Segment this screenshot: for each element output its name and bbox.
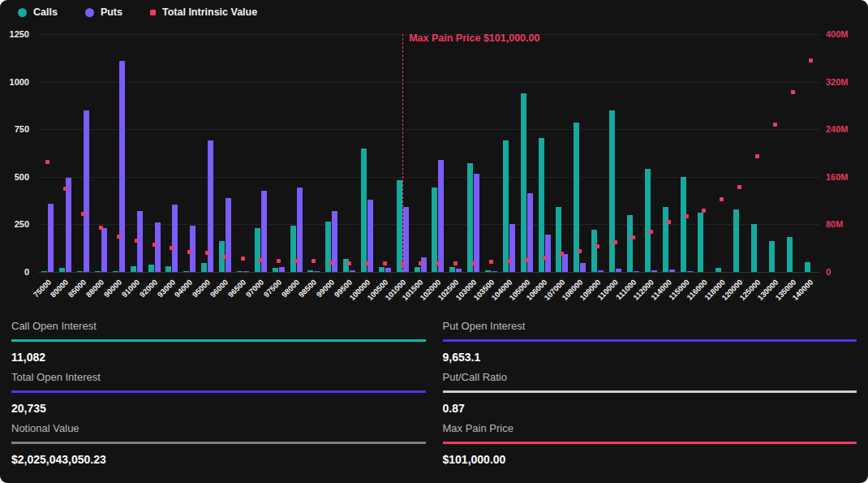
calls-bar[interactable] [663, 207, 668, 272]
intrinsic-marker[interactable] [153, 243, 157, 247]
intrinsic-marker[interactable] [685, 214, 689, 218]
intrinsic-marker[interactable] [277, 259, 281, 263]
intrinsic-marker[interactable] [329, 261, 333, 265]
intrinsic-marker[interactable] [453, 261, 458, 265]
puts-bar[interactable] [492, 271, 497, 272]
intrinsic-marker[interactable] [702, 209, 706, 213]
calls-bar[interactable] [733, 209, 739, 272]
puts-bar[interactable] [456, 269, 462, 272]
calls-bar[interactable] [237, 271, 243, 272]
puts-bar[interactable] [350, 270, 355, 272]
puts-bar[interactable] [509, 224, 515, 272]
calls-bar[interactable] [449, 267, 455, 272]
puts-bar[interactable] [474, 174, 479, 272]
calls-bar[interactable] [379, 267, 385, 272]
calls-bar[interactable] [681, 177, 686, 272]
intrinsic-marker[interactable] [241, 257, 245, 261]
legend-item-intrinsic[interactable]: Total Intrinsic Value [150, 6, 257, 18]
puts-bar[interactable] [243, 271, 249, 272]
calls-bar[interactable] [627, 215, 633, 272]
calls-bar[interactable] [201, 263, 207, 272]
calls-bar[interactable] [255, 228, 260, 272]
calls-bar[interactable] [591, 230, 597, 272]
puts-bar[interactable] [634, 271, 639, 272]
legend-item-calls[interactable]: Calls [18, 6, 58, 18]
intrinsic-marker[interactable] [81, 212, 85, 216]
puts-bar[interactable] [562, 254, 568, 272]
puts-bar[interactable] [598, 270, 604, 272]
calls-bar[interactable] [273, 268, 278, 272]
intrinsic-marker[interactable] [471, 261, 475, 265]
intrinsic-marker[interactable] [560, 252, 564, 256]
puts-bar[interactable] [101, 228, 107, 272]
intrinsic-marker[interactable] [809, 58, 813, 63]
calls-bar[interactable] [183, 271, 189, 272]
intrinsic-marker[interactable] [436, 261, 440, 265]
puts-bar[interactable] [119, 61, 125, 272]
puts-bar[interactable] [226, 198, 231, 272]
calls-bar[interactable] [521, 93, 526, 272]
calls-bar[interactable] [787, 237, 793, 272]
legend-item-puts[interactable]: Puts [85, 6, 122, 18]
intrinsic-marker[interactable] [737, 185, 741, 189]
intrinsic-marker[interactable] [117, 235, 121, 239]
intrinsic-marker[interactable] [631, 235, 635, 239]
calls-bar[interactable] [432, 188, 437, 272]
puts-bar[interactable] [84, 110, 89, 272]
puts-bar[interactable] [616, 269, 621, 272]
calls-bar[interactable] [467, 163, 473, 272]
intrinsic-marker[interactable] [525, 258, 529, 262]
puts-bar[interactable] [687, 271, 693, 272]
intrinsic-marker[interactable] [187, 250, 191, 254]
calls-bar[interactable] [41, 271, 47, 272]
intrinsic-marker[interactable] [223, 255, 227, 259]
calls-bar[interactable] [751, 224, 757, 272]
calls-bar[interactable] [148, 265, 154, 272]
intrinsic-marker[interactable] [135, 239, 139, 243]
calls-bar[interactable] [805, 262, 810, 272]
intrinsic-marker[interactable] [99, 226, 103, 230]
calls-bar[interactable] [77, 271, 83, 272]
intrinsic-marker[interactable] [595, 244, 599, 248]
intrinsic-marker[interactable] [170, 246, 174, 250]
intrinsic-marker[interactable] [578, 249, 582, 253]
calls-bar[interactable] [307, 270, 313, 272]
intrinsic-marker[interactable] [791, 90, 795, 94]
calls-bar[interactable] [397, 180, 402, 272]
intrinsic-marker[interactable] [312, 259, 316, 263]
calls-bar[interactable] [290, 226, 296, 272]
calls-bar[interactable] [131, 266, 136, 272]
intrinsic-marker[interactable] [383, 261, 387, 265]
calls-bar[interactable] [645, 169, 651, 272]
calls-bar[interactable] [165, 266, 171, 272]
puts-bar[interactable] [172, 205, 178, 272]
intrinsic-marker[interactable] [543, 256, 547, 260]
calls-bar[interactable] [539, 138, 544, 272]
puts-bar[interactable] [66, 178, 71, 272]
intrinsic-marker[interactable] [259, 258, 263, 262]
intrinsic-marker[interactable] [419, 261, 423, 265]
calls-bar[interactable] [715, 268, 721, 272]
intrinsic-marker[interactable] [755, 154, 759, 158]
puts-bar[interactable] [385, 268, 391, 272]
intrinsic-marker[interactable] [667, 220, 671, 224]
intrinsic-marker[interactable] [720, 197, 724, 201]
calls-bar[interactable] [769, 241, 775, 272]
intrinsic-marker[interactable] [45, 160, 49, 164]
intrinsic-marker[interactable] [63, 187, 67, 191]
calls-bar[interactable] [609, 110, 615, 272]
intrinsic-marker[interactable] [507, 259, 511, 263]
calls-bar[interactable] [415, 267, 420, 272]
calls-bar[interactable] [698, 213, 703, 272]
intrinsic-marker[interactable] [613, 240, 617, 244]
intrinsic-marker[interactable] [294, 259, 299, 263]
puts-bar[interactable] [651, 270, 657, 272]
intrinsic-marker[interactable] [205, 251, 209, 255]
calls-bar[interactable] [113, 271, 118, 272]
intrinsic-marker[interactable] [649, 230, 653, 234]
puts-bar[interactable] [279, 267, 285, 272]
intrinsic-marker[interactable] [347, 261, 351, 265]
calls-bar[interactable] [503, 140, 509, 272]
puts-bar[interactable] [669, 270, 675, 272]
puts-bar[interactable] [580, 263, 586, 272]
